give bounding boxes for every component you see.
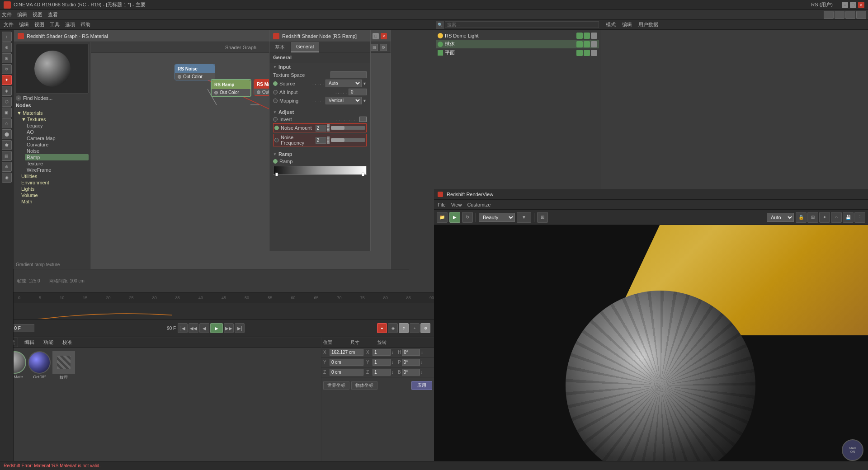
obj-coord-btn[interactable]: 物体坐标: [351, 381, 377, 390]
sphere-vis-1[interactable]: [576, 41, 583, 47]
tool-10[interactable]: ⬟: [2, 140, 12, 150]
graph-zoom-fit[interactable]: ⊞: [371, 44, 378, 51]
graph-settings[interactable]: ⚙: [380, 44, 387, 51]
category-volume[interactable]: Volume: [20, 192, 89, 198]
close-btn[interactable]: ×: [858, 2, 864, 8]
rot-b[interactable]: [402, 369, 420, 376]
obj-search-btn[interactable]: 🔍: [436, 21, 444, 29]
sphere-vis-2[interactable]: [584, 41, 590, 47]
render-menu-view[interactable]: View: [451, 202, 462, 207]
node-rs-ramp[interactable]: RS Ramp Out Color: [211, 79, 251, 97]
render-btn-circle[interactable]: ○: [831, 212, 842, 223]
btn-prev-frame[interactable]: ◀◀: [189, 323, 198, 333]
size-z[interactable]: [373, 369, 391, 376]
tool-13[interactable]: ◉: [2, 173, 12, 183]
node-ramp[interactable]: Ramp: [25, 154, 89, 160]
shader-close-btn[interactable]: ×: [381, 33, 387, 39]
render-crop-btn[interactable]: ⊞: [537, 212, 548, 223]
tab-function[interactable]: 功能: [41, 338, 56, 347]
material-out-port[interactable]: [257, 90, 260, 94]
source-dropdown[interactable]: Auto UV Object: [326, 80, 362, 87]
category-environment[interactable]: Environment: [20, 179, 89, 186]
btn-play[interactable]: ▶: [210, 323, 223, 333]
tool-move[interactable]: ⊕: [2, 42, 12, 52]
btn-play-reverse[interactable]: ◀: [199, 323, 209, 333]
alt-input-field[interactable]: [349, 89, 367, 95]
tab-calibrate[interactable]: 校准: [60, 338, 75, 347]
node-noise[interactable]: Noise: [25, 148, 89, 154]
noise-amount-radio[interactable]: [274, 126, 279, 130]
tool-8[interactable]: ◇: [2, 118, 12, 128]
category-lights[interactable]: Lights: [20, 186, 89, 192]
menu-view2[interactable]: 视图: [34, 21, 44, 28]
mapping-radio[interactable]: [273, 99, 278, 103]
ramp-preview[interactable]: [273, 166, 367, 175]
ramp-handle-2[interactable]: [362, 173, 364, 176]
btn-settings2[interactable]: ⚙: [420, 323, 430, 333]
tool-7[interactable]: ▣: [2, 108, 12, 118]
category-utilities[interactable]: Utilities: [20, 173, 89, 179]
world-coord-btn[interactable]: 世界坐标: [323, 381, 349, 390]
minimize-btn[interactable]: −: [842, 2, 848, 8]
obj-plane[interactable]: 平面: [436, 48, 599, 57]
btn-record-opt[interactable]: ◉: [388, 323, 398, 333]
tool-active[interactable]: ✦: [2, 75, 12, 85]
obj-rs-dome-light[interactable]: RS Dome Light: [436, 32, 599, 40]
render-btn-more[interactable]: ⋮: [854, 212, 865, 223]
node-texture[interactable]: Texture: [25, 160, 89, 167]
plane-vis-3[interactable]: [591, 50, 597, 56]
noise-freq-radio[interactable]: [274, 138, 279, 142]
render-menu-file[interactable]: File: [438, 202, 446, 207]
source-radio[interactable]: [273, 81, 278, 86]
render-btn-folder[interactable]: 📁: [437, 212, 448, 223]
category-math[interactable]: Math: [20, 198, 89, 205]
plane-vis-2[interactable]: [584, 50, 590, 56]
render-btn-refresh[interactable]: ↻: [462, 212, 473, 223]
alt-input-radio[interactable]: [273, 90, 278, 94]
tool-rotate[interactable]: ↻: [2, 64, 12, 74]
pos-y[interactable]: [330, 359, 363, 366]
obj-vis-1[interactable]: [576, 33, 583, 39]
apply-btn[interactable]: 应用: [411, 381, 432, 390]
category-textures[interactable]: ▼ Textures: [20, 116, 89, 122]
maximize-btn[interactable]: □: [850, 2, 856, 8]
size-x[interactable]: [373, 349, 391, 356]
btn-add-key[interactable]: +: [410, 323, 420, 333]
noise-amount-spinner[interactable]: ▲ ▼: [327, 124, 330, 132]
tool-6[interactable]: ⬡: [2, 97, 12, 107]
toolbar-btn-1[interactable]: [824, 11, 834, 19]
size-y[interactable]: [373, 359, 391, 366]
obj-vis-3[interactable]: [591, 33, 597, 39]
menu-edit[interactable]: 编辑: [17, 11, 27, 18]
attr-user-data2[interactable]: 用户数据: [636, 20, 661, 29]
noise-frequency-input[interactable]: [316, 137, 326, 144]
invert-radio[interactable]: [273, 117, 278, 122]
rot-h[interactable]: [402, 349, 420, 356]
menu-edit2[interactable]: 编辑: [19, 21, 29, 28]
node-rs-noise[interactable]: RS Noise Out Color: [175, 64, 215, 80]
plane-vis-1[interactable]: [576, 50, 583, 56]
render-channel-btn[interactable]: ▼: [517, 212, 531, 223]
noise-amount-input[interactable]: [316, 125, 326, 132]
attr-mode-select[interactable]: 模式: [603, 20, 618, 29]
tool-scale[interactable]: ⊞: [2, 53, 12, 63]
tool-12[interactable]: ⊛: [2, 162, 12, 172]
category-materials[interactable]: ▼ Materials: [16, 110, 89, 116]
mat-tex[interactable]: 纹理: [52, 351, 75, 381]
mapping-dropdown[interactable]: Vertical Horizontal Diagonal: [326, 97, 362, 104]
node-curvature[interactable]: Curvature: [25, 141, 89, 148]
rot-p[interactable]: [402, 359, 420, 366]
pos-z[interactable]: [330, 369, 363, 376]
source-dropdown-arrow[interactable]: ▼: [363, 81, 367, 86]
noise-freq-spinner[interactable]: ▲ ▼: [327, 136, 330, 144]
frame-input[interactable]: [14, 326, 32, 331]
attr-edit3[interactable]: 编辑: [619, 20, 635, 29]
toolbar-btn-3[interactable]: [845, 11, 855, 19]
menu-options[interactable]: 选项: [65, 21, 75, 28]
render-mode-dropdown[interactable]: Beauty AO Depth: [479, 213, 515, 222]
obj-sphere[interactable]: 球体: [436, 40, 599, 48]
node-camera-map[interactable]: Camera Map: [25, 135, 89, 141]
render-auto-dropdown[interactable]: Auto 1:1 2:1: [767, 213, 794, 222]
btn-next-frame[interactable]: ▶▶: [224, 323, 234, 333]
texture-space-input[interactable]: [330, 71, 367, 78]
